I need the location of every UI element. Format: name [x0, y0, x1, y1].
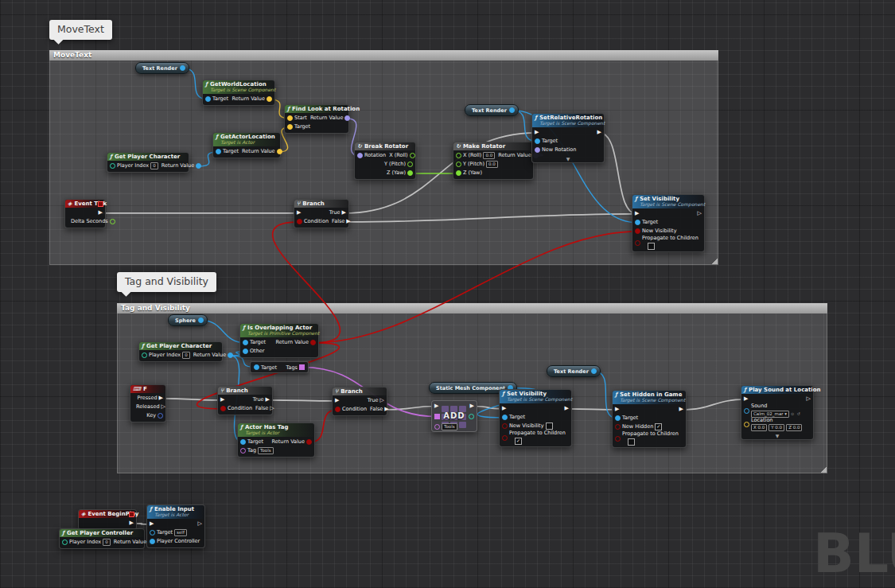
key-pin[interactable]: [158, 413, 163, 419]
execin-pin[interactable]: ▶: [502, 406, 506, 411]
execin-pin[interactable]: ▶: [297, 210, 301, 216]
execin-pin[interactable]: ▶: [535, 130, 539, 135]
false-pin[interactable]: ▶: [384, 407, 388, 412]
false-pin[interactable]: ▷: [270, 406, 274, 411]
node-fkey[interactable]: ⌨FPressed▶Released▷Key: [130, 384, 166, 423]
new-hidden-pin[interactable]: [615, 424, 621, 430]
execout-pin[interactable]: ▶: [99, 210, 103, 216]
return-value-pin[interactable]: [310, 340, 316, 345]
execout-pin[interactable]: ▷: [198, 521, 202, 527]
player-controller-pin[interactable]: [150, 539, 155, 544]
node-textrender3[interactable]: Text Render: [547, 365, 601, 377]
propagate-to-children-pin[interactable]: [615, 436, 621, 442]
target-pin[interactable]: [150, 530, 155, 535]
x-roll-pin[interactable]: [410, 153, 415, 158]
execout-pin[interactable]: ▶: [597, 130, 601, 135]
blueprint-graph-canvas[interactable]: BLU MoveTextMoveTextTag and VisibilityTa…: [0, 0, 895, 588]
target-pin[interactable]: [615, 415, 621, 421]
target-pin[interactable]: [502, 415, 508, 420]
target-pin[interactable]: [216, 149, 221, 154]
node-branch2[interactable]: ⑂Branch▶True▷ConditionFalse▶: [332, 387, 387, 416]
execin-pin[interactable]: ▶: [434, 403, 438, 409]
node-makerotator[interactable]: ↻Make RotatorX (Roll)0.0Return ValueY (P…: [453, 142, 534, 180]
checkbox-checked[interactable]: ✓: [515, 438, 522, 445]
value-field[interactable]: 0.0: [483, 152, 495, 159]
node-getactorlocation[interactable]: ƒGetActorLocationTarget is ActorTargetRe…: [212, 132, 281, 158]
collapse-arrow[interactable]: ▼: [532, 156, 604, 162]
execin-pin[interactable]: ▶: [335, 398, 339, 403]
node-findlook[interactable]: ƒFind Look at RotationStartReturn ValueT…: [284, 104, 349, 134]
execout-pin[interactable]: ▷: [698, 211, 702, 216]
target-pin[interactable]: [254, 364, 259, 370]
node-eventtick[interactable]: ◈Event Tick▶Delta Seconds: [64, 199, 106, 228]
execout-pin[interactable]: ▶: [565, 406, 569, 411]
node-actorhastag[interactable]: ƒActor Has TagTarget is ActorTargetRetur…: [237, 423, 315, 458]
return-value-pin[interactable]: [306, 439, 312, 445]
value-field[interactable]: 0: [182, 352, 190, 359]
return-value-pin[interactable]: [228, 352, 233, 358]
node-textrender1[interactable]: Text Render: [135, 62, 189, 74]
execin-pin[interactable]: ▶: [150, 521, 154, 527]
value-field[interactable]: 0: [103, 539, 111, 546]
delta-seconds-pin[interactable]: [110, 219, 115, 224]
node-isoverlap[interactable]: ƒIs Overlapping ActorTarget is Primitive…: [239, 323, 319, 358]
true-pin[interactable]: ▶: [342, 210, 346, 216]
checkbox-unchecked[interactable]: [648, 243, 655, 250]
node-getplayercontroller[interactable]: ƒGet Player ControllerPlayer Index0Retur…: [59, 528, 145, 549]
other-pin[interactable]: [243, 349, 248, 354]
target-pin[interactable]: [287, 124, 293, 130]
new-rotation-pin[interactable]: [535, 147, 540, 153]
node-addnode[interactable]: ADD▶▶Tools: [431, 400, 477, 432]
return-value-pin[interactable]: [277, 149, 282, 154]
return-value-pin[interactable]: [196, 163, 201, 169]
node-textrender2[interactable]: Text Render: [465, 104, 519, 116]
return-value-pin[interactable]: [267, 96, 272, 102]
return-value-pin[interactable]: [344, 115, 350, 121]
y-pitch-pin[interactable]: [456, 162, 461, 167]
asset-browse-icons[interactable]: ⊙ ↺: [791, 412, 801, 417]
value-field[interactable]: 0: [150, 162, 158, 169]
z-yaw-pin[interactable]: [407, 170, 413, 176]
value-field[interactable]: Tools: [258, 447, 274, 454]
new-visibility-pin[interactable]: [635, 228, 640, 234]
player-index-pin[interactable]: [142, 352, 147, 358]
indexout-pin[interactable]: [469, 414, 474, 419]
item-pin[interactable]: [434, 424, 440, 430]
propagate-to-children-pin[interactable]: [502, 435, 508, 441]
target-pin[interactable]: [635, 220, 640, 225]
true-pin[interactable]: ▶: [266, 397, 270, 403]
value-field[interactable]: 0.0: [486, 161, 498, 168]
sound-pin[interactable]: [744, 408, 749, 414]
checkbox-unchecked[interactable]: [546, 423, 553, 430]
condition-pin[interactable]: [335, 407, 340, 412]
execout-pin[interactable]: ▶: [130, 520, 134, 526]
node-beginplay[interactable]: ◈Event BeginPlay▶: [78, 509, 137, 530]
location-pin[interactable]: [744, 422, 749, 427]
value-field[interactable]: Y 0.0: [769, 424, 784, 431]
execin-pin[interactable]: ▶: [220, 397, 224, 403]
node-playsound[interactable]: ƒPlay Sound at Location▶▷SoundCalm_02_ma…: [741, 385, 814, 440]
node-setrelrot[interactable]: ƒSetRelativeRotationTarget is Scene Comp…: [531, 113, 605, 163]
condition-pin[interactable]: [297, 219, 302, 224]
pressed-pin[interactable]: ▶: [159, 395, 163, 401]
start-pin[interactable]: [287, 115, 293, 121]
new-visibility-pin[interactable]: [502, 423, 508, 429]
delegate-pin[interactable]: [98, 201, 103, 207]
propagate-to-children-pin[interactable]: [635, 240, 640, 246]
target-pin[interactable]: [240, 439, 246, 445]
node-getplayerchar2[interactable]: ƒGet Player CharacterPlayer Index0Return…: [138, 341, 223, 362]
true-pin[interactable]: ▷: [380, 398, 384, 403]
checkbox-checked[interactable]: ✓: [655, 423, 662, 430]
value-field[interactable]: X 0.0: [751, 424, 767, 431]
player-index-pin[interactable]: [62, 539, 68, 545]
node-getworldlocation[interactable]: ƒGetWorldLocationTarget is Scene Compone…: [202, 80, 275, 106]
condition-pin[interactable]: [220, 406, 226, 411]
out-pin[interactable]: [591, 368, 597, 374]
collapse-arrow[interactable]: ▼: [741, 433, 813, 439]
node-branch1[interactable]: ⑂Branch▶True▶ConditionFalse▷: [217, 386, 273, 415]
out-pin[interactable]: [509, 107, 515, 113]
node-sphere[interactable]: Sphere: [168, 314, 208, 326]
node-breakrotator[interactable]: ↻Break RotatorRotationX (Roll)Y (Pitch)Z…: [354, 142, 416, 180]
execout-pin[interactable]: ▷: [807, 396, 811, 402]
z-yaw-pin[interactable]: [456, 170, 461, 176]
